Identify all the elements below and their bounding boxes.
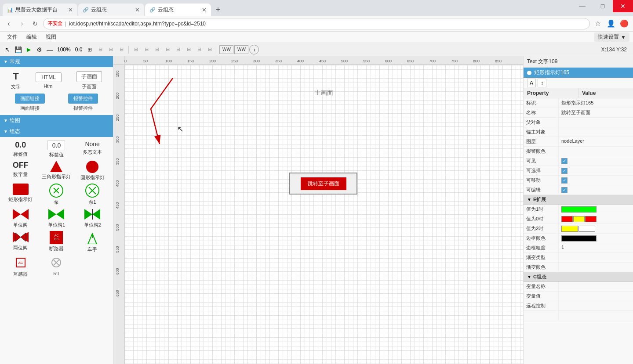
tool-pointer[interactable]: ↖: [3, 45, 12, 54]
prop-row-var-value[interactable]: 变量值: [524, 292, 633, 301]
tool-btn-11[interactable]: ⊟: [194, 45, 204, 54]
prop-value-border-width[interactable]: 1: [559, 243, 633, 252]
prop-row-movable[interactable]: 可移动 ✓: [524, 176, 633, 185]
state-valve1[interactable]: 单位阀1: [40, 208, 74, 228]
canvas-component-inner[interactable]: 跳转至子画面: [301, 177, 346, 190]
state-digital[interactable]: OFF 数字量: [4, 161, 38, 181]
prop-row-name[interactable]: 名称 跳转至子画面: [524, 108, 633, 118]
tool-fit[interactable]: ⊞: [85, 45, 95, 54]
checkbox-editable[interactable]: ✓: [561, 187, 568, 193]
prop-value-alarm-color[interactable]: [559, 147, 633, 156]
tool-btn-6[interactable]: ⊟: [142, 45, 151, 54]
state-pump[interactable]: 泵: [40, 184, 74, 205]
canvas-scroll[interactable]: 主画面 跳转至子画面: [124, 65, 523, 364]
tool-btn-10[interactable]: ⊟: [184, 45, 193, 54]
html-button[interactable]: HTML: [36, 72, 62, 82]
section-common-header[interactable]: ▼ 常规: [0, 56, 113, 67]
quick-settings-button[interactable]: 快速设置 ▼: [594, 32, 629, 42]
prop-row-id[interactable]: 标识 矩形指示灯165: [524, 98, 633, 108]
prop-row-val0[interactable]: 值为0时: [524, 214, 633, 224]
tool-settings[interactable]: ⚙: [34, 45, 44, 54]
tool-play[interactable]: ▶: [24, 45, 33, 54]
prop-value-border-color[interactable]: [559, 234, 633, 243]
prop-row-remote-ctrl[interactable]: 远程控制: [524, 301, 633, 311]
prop-value-name[interactable]: 跳转至子画面: [559, 108, 633, 117]
state-pump1[interactable]: 泵1: [75, 184, 109, 205]
nav-back-button[interactable]: ‹: [4, 18, 14, 29]
prop-value-remote-ctrl[interactable]: [559, 301, 633, 310]
state-rect-lamp[interactable]: 矩形指示灯: [4, 184, 38, 205]
state-valve2[interactable]: 单位阀2: [75, 208, 109, 228]
state-inductor[interactable]: AC 互感器: [4, 256, 38, 278]
state-rt[interactable]: RT: [40, 256, 74, 278]
color-swatch-red2[interactable]: [585, 216, 597, 222]
tab-1-close[interactable]: ✕: [68, 7, 73, 13]
canvas-component-container[interactable]: 跳转至子画面: [289, 173, 357, 195]
checkbox-movable[interactable]: ✓: [561, 177, 568, 184]
screen-link-button[interactable]: 画面链接: [15, 94, 45, 104]
tool-help[interactable]: i: [249, 45, 259, 54]
prop-row-val2[interactable]: 值为2时: [524, 224, 633, 234]
tab-2-close[interactable]: ✕: [135, 7, 140, 13]
tool-btn-7[interactable]: ⊟: [152, 45, 162, 54]
prop-row-anchor[interactable]: 锚主对象: [524, 127, 633, 137]
state-hand[interactable]: 车手: [75, 231, 109, 253]
tool-save[interactable]: 💾: [13, 45, 23, 54]
checkbox-visible[interactable]: ✓: [561, 158, 568, 164]
prop-row-alarm-color[interactable]: 报警颜色: [524, 147, 633, 156]
checkbox-selectable[interactable]: ✓: [561, 168, 568, 174]
prop-row-border-width[interactable]: 边框粗度 1: [524, 243, 633, 253]
state-valve[interactable]: 单位阀: [4, 208, 38, 228]
color-swatch-white[interactable]: [578, 226, 595, 232]
state-multistate[interactable]: None 多态文本: [75, 141, 109, 158]
win-maximize-button[interactable]: □: [593, 0, 613, 12]
color-swatch-yellow2[interactable]: [561, 226, 578, 232]
tool-btn-label2[interactable]: WW: [234, 45, 248, 54]
prop-value-id[interactable]: 矩形指示灯165: [559, 98, 633, 108]
section-state-header[interactable]: ▼ 组态: [0, 126, 113, 137]
prop-row-val1[interactable]: 值为1时: [524, 205, 633, 214]
tool-btn-5[interactable]: ⊟: [131, 45, 141, 54]
common-html-item[interactable]: HTML Html: [36, 72, 62, 89]
prop-value-selectable[interactable]: ✓: [559, 166, 633, 175]
common-subface-item[interactable]: 子画面 子画面: [76, 71, 102, 90]
prop-value-parent[interactable]: [559, 118, 633, 127]
bookmark-button[interactable]: ☆: [593, 18, 603, 29]
prop-row-gradient-type[interactable]: 渐变类型: [524, 253, 633, 263]
nav-refresh-button[interactable]: ↻: [30, 18, 40, 29]
color-swatch-green[interactable]: [561, 206, 597, 213]
menu-file[interactable]: 文件: [4, 32, 21, 42]
tool-align-right[interactable]: ⊟: [116, 45, 126, 54]
tool-btn-8[interactable]: ⊟: [163, 45, 172, 54]
prop-value-var-name[interactable]: [559, 282, 633, 291]
tool-align-center[interactable]: ⊟: [106, 45, 116, 54]
prop-value-gradient-type[interactable]: [559, 253, 633, 262]
state-breaker[interactable]: ACDC 断路器: [40, 231, 74, 253]
prop-value-anchor[interactable]: [559, 127, 633, 137]
common-text-item[interactable]: T 文字: [11, 71, 21, 90]
alarm-ctrl-button[interactable]: 报警控件: [68, 94, 98, 104]
screen-link-item[interactable]: 画面链接 画面链接: [15, 94, 45, 112]
state-tag-value2[interactable]: 0.0 标签值: [40, 141, 74, 158]
tool-btn-12[interactable]: ⊟: [205, 45, 215, 54]
profile-button[interactable]: 👤: [606, 18, 616, 29]
address-text[interactable]: iot.idosp.net/html/scada/editor.aspx.htm…: [69, 21, 585, 27]
props-sort-icon[interactable]: ↕: [538, 79, 546, 87]
new-tab-button[interactable]: +: [212, 4, 224, 16]
prop-value-editable[interactable]: ✓: [559, 185, 633, 195]
prop-row-visible[interactable]: 可见 ✓: [524, 156, 633, 166]
prop-value-val1[interactable]: [559, 205, 633, 214]
prop-value-extra1[interactable]: [559, 311, 633, 321]
tool-align-left[interactable]: ⊟: [95, 45, 105, 54]
tool-minus[interactable]: —: [45, 45, 55, 54]
state-triangle-lamp[interactable]: 三角形指示灯: [40, 161, 74, 181]
prop-value-visible[interactable]: ✓: [559, 156, 633, 166]
subface-button[interactable]: 子画面: [76, 71, 102, 82]
section-c-state-header[interactable]: ▼ C组态: [524, 272, 633, 282]
prop-row-parent[interactable]: 父对象: [524, 118, 633, 127]
prop-row-layer[interactable]: 图层 nodeLayer: [524, 137, 633, 147]
menu-edit[interactable]: 编辑: [23, 32, 40, 42]
tab-3-close[interactable]: ✕: [202, 7, 207, 13]
tab-2[interactable]: 🔗 云组态 ✕: [78, 4, 144, 16]
color-swatch-yellow1[interactable]: [573, 216, 585, 222]
